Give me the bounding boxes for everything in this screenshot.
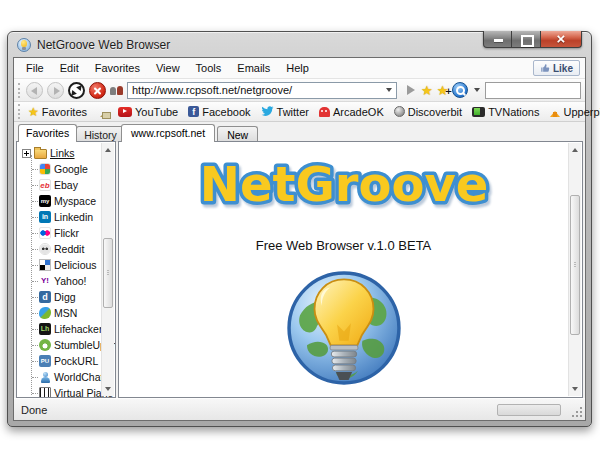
flickr-icon [39, 227, 51, 239]
tree-item-reddit[interactable]: Reddit [22, 241, 100, 257]
scrollbar-thumb[interactable] [570, 195, 580, 335]
worldchat-icon [39, 371, 51, 383]
tree-item-msn[interactable]: MSN [22, 305, 100, 321]
scroll-down-icon[interactable] [102, 383, 114, 396]
tree-item-myspace[interactable]: myMyspace [22, 193, 100, 209]
tree-item-ebay[interactable]: ebEbay [22, 177, 100, 193]
linkbar-youtube[interactable]: YouTube [115, 106, 181, 118]
linkbar-twitter[interactable]: Twitter [258, 106, 312, 118]
search-engine-button[interactable] [452, 82, 468, 98]
tree-item-linkedin[interactable]: inLinkedin [22, 209, 100, 225]
menu-file[interactable]: File [18, 59, 52, 77]
go-button[interactable] [405, 83, 417, 97]
stop-button[interactable] [89, 82, 106, 99]
tree-item-virtualpiano[interactable]: Virtual Piano [22, 385, 100, 398]
favorites-star-icon: ★ [28, 106, 39, 118]
tree-item-google[interactable]: Google [22, 161, 100, 177]
forward-button[interactable] [47, 82, 64, 99]
maximize-button[interactable] [512, 31, 540, 48]
folder-icon [34, 149, 47, 159]
search-input[interactable] [485, 82, 581, 99]
reddit-icon [39, 243, 51, 255]
scroll-up-icon[interactable] [102, 143, 114, 156]
menu-view[interactable]: View [148, 59, 188, 77]
toolbar-gripper[interactable] [18, 83, 21, 98]
tab-favorites[interactable]: Favorites [18, 124, 77, 142]
facebook-like-button[interactable]: Like [533, 60, 580, 76]
discoverbit-icon [394, 106, 405, 117]
address-dropdown-button[interactable] [382, 83, 396, 98]
favorites-tree: Links Google ebEbay myMyspace inLinkedin… [16, 141, 116, 398]
google-icon [39, 163, 51, 175]
search-dropdown-button[interactable] [472, 79, 481, 101]
window-controls [483, 31, 582, 48]
expand-plus-icon[interactable] [22, 149, 31, 158]
linkbar-facebook[interactable]: f Facebook [185, 106, 253, 118]
sidebar-tabs: Favorites History [16, 124, 116, 142]
app-bulb-icon [17, 38, 31, 52]
scrollbar-thumb[interactable] [103, 238, 113, 308]
yahoo-icon: Y! [39, 275, 51, 287]
resize-grip-icon[interactable] [571, 406, 582, 417]
logo-text: NetGroove [199, 156, 488, 212]
tree-item-flickr[interactable]: Flickr [22, 225, 100, 241]
tvnations-icon [472, 107, 485, 117]
menu-help[interactable]: Help [278, 59, 317, 77]
refresh-button[interactable] [68, 82, 85, 99]
menu-tools[interactable]: Tools [188, 59, 230, 77]
window-title: NetGroove Web Browser [37, 38, 170, 52]
ebay-icon: eb [39, 179, 51, 191]
back-button[interactable] [26, 82, 43, 99]
tree-item-links[interactable]: Links [22, 145, 100, 161]
tree-item-delicious[interactable]: Delicious [22, 257, 100, 273]
thumbs-up-icon [540, 63, 550, 73]
like-label: Like [553, 63, 573, 74]
linkbar-discoverbit[interactable]: Discoverbit [391, 106, 465, 118]
sidebar-scrollbar[interactable] [101, 143, 114, 396]
globe-bulb-logo [286, 269, 402, 387]
main-pane: www.rcpsoft.net New NetGroove Free Web B… [118, 124, 583, 398]
tree-item-digg[interactable]: dDigg [22, 289, 100, 305]
tree-item-yahoo[interactable]: Y!Yahoo! [22, 273, 100, 289]
myspace-icon: my [39, 195, 51, 207]
browser-tabs: www.rcpsoft.net New [118, 124, 583, 142]
close-button[interactable] [540, 31, 582, 48]
toolbar-gripper[interactable] [18, 104, 20, 119]
scroll-up-icon[interactable] [569, 143, 581, 156]
linkbar-tvnations[interactable]: TVNations [469, 106, 542, 118]
page-subtitle: Free Web Browser v.1.0 BETA [256, 238, 432, 253]
chevron-down-icon [474, 88, 480, 95]
menu-bar: File Edit Favorites View Tools Emails He… [14, 58, 585, 79]
digg-icon: d [39, 291, 51, 303]
address-input[interactable] [128, 84, 382, 96]
sidebar: Favorites History Links Google ebEbay my… [16, 124, 116, 398]
tree-item-lifehacker[interactable]: LhLifehacker [22, 321, 100, 337]
delicious-icon [39, 259, 51, 271]
home-icon[interactable] [100, 107, 111, 117]
favorites-star-button[interactable]: ★ [421, 82, 433, 99]
minimize-button[interactable] [483, 31, 512, 48]
page-scrollbar[interactable] [568, 143, 581, 396]
menu-edit[interactable]: Edit [52, 59, 87, 77]
arcadeok-icon [319, 107, 330, 117]
stumbleupon-icon [39, 339, 51, 351]
linkbar-upperpix[interactable]: Upperpix [546, 106, 600, 118]
tree-item-pockurl[interactable]: PUPockURL [22, 353, 100, 369]
menu-favorites[interactable]: Favorites [87, 59, 148, 77]
navigation-toolbar: ★ ★ [14, 79, 585, 102]
scroll-down-icon[interactable] [569, 383, 581, 396]
tab-rcpsoft[interactable]: www.rcpsoft.net [121, 124, 215, 142]
tree-item-worldchat[interactable]: WorldChat [22, 369, 100, 385]
page-content: NetGroove Free Web Browser v.1.0 BETA [119, 142, 568, 397]
tree-item-stumbleupon[interactable]: StumbleUpon [22, 337, 100, 353]
linkbar-favorites[interactable]: ★ Favorites [25, 106, 90, 118]
page-people-icon [110, 84, 123, 96]
linkbar-arcadeok[interactable]: ArcadeOK [316, 106, 387, 118]
lifehacker-icon: Lh [39, 323, 51, 335]
menu-emails[interactable]: Emails [229, 59, 278, 77]
add-favorite-button[interactable]: ★ [437, 82, 449, 99]
progress-bar [497, 404, 561, 416]
tab-new[interactable]: New [217, 126, 258, 142]
address-bar [127, 82, 397, 99]
browser-window: NetGroove Web Browser File Edit Favorite… [7, 31, 592, 427]
